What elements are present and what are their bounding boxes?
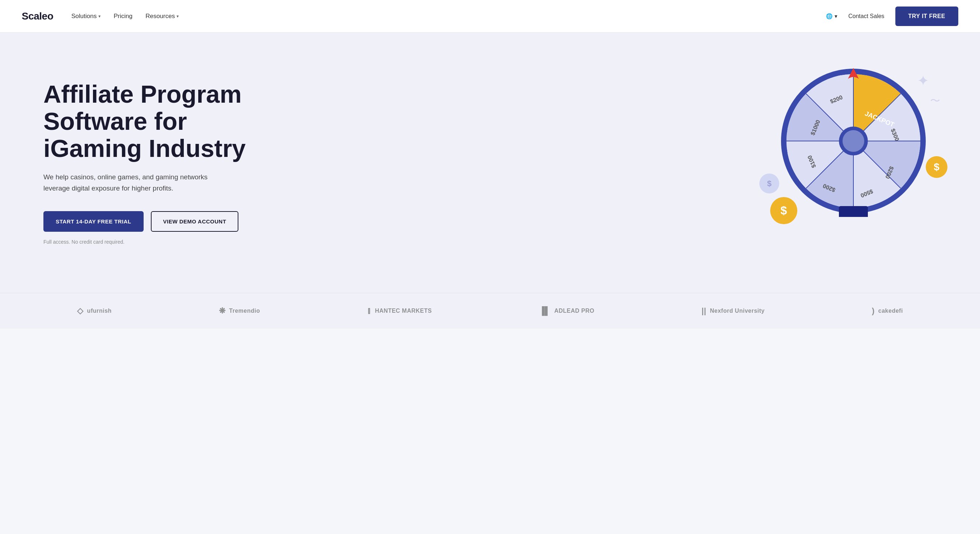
- hero-wheel-visual: ✦ 〜 $ $ $: [748, 54, 951, 271]
- nav-resources[interactable]: Resources ▾: [145, 13, 179, 20]
- chevron-down-icon: ▾: [177, 14, 179, 19]
- hero-buttons: START 14-DAY FREE TRIAL VIEW DEMO ACCOUN…: [43, 211, 246, 232]
- nexford-icon: ||: [702, 306, 706, 316]
- globe-language-selector[interactable]: 🌐 ▾: [826, 13, 837, 19]
- hero-content: Affiliate Program Software for iGaming I…: [43, 81, 246, 245]
- ufurnish-icon: ◇: [77, 306, 84, 316]
- nav-solutions[interactable]: Solutions ▾: [71, 13, 100, 20]
- dollar-coin-left: $: [759, 173, 779, 194]
- wheel-center-inner: [843, 130, 864, 152]
- try-it-free-button[interactable]: TRY IT FREE: [895, 6, 958, 26]
- globe-icon: 🌐: [826, 13, 833, 19]
- hero-title: Affiliate Program Software for iGaming I…: [43, 81, 246, 162]
- logos-bar: ◇ ufurnish ❋ Tremendio ⫿ HANTEC MARKETS …: [0, 293, 980, 329]
- cakedefi-icon: ): [872, 306, 875, 316]
- logo-adlead: ▐▌ ADLEAD PRO: [539, 306, 594, 316]
- hero-note: Full access. No credit card required.: [43, 239, 246, 245]
- navbar: Scaleo Solutions ▾ Pricing Resources ▾ 🌐…: [0, 0, 980, 33]
- nav-links: Solutions ▾ Pricing Resources ▾: [71, 13, 826, 20]
- hantec-icon: ⫿: [367, 306, 372, 316]
- chevron-down-icon: ▾: [99, 14, 100, 19]
- logo-ufurnish: ◇ ufurnish: [77, 306, 112, 316]
- nav-right: 🌐 ▾ Contact Sales TRY IT FREE: [826, 6, 958, 26]
- logo-nexford: || Nexford University: [702, 306, 765, 316]
- hero-subtitle: We help casinos, online games, and gamin…: [43, 172, 232, 194]
- contact-sales-link[interactable]: Contact Sales: [848, 13, 885, 19]
- logo-cakedefi: ) cakedefi: [872, 306, 903, 316]
- wheel-container: ✦ 〜 $ $ $: [748, 54, 951, 271]
- logo[interactable]: Scaleo: [22, 11, 53, 22]
- nav-pricing[interactable]: Pricing: [114, 13, 132, 20]
- wheel-stand-top: [839, 206, 868, 217]
- adlead-icon: ▐▌: [539, 306, 550, 316]
- chevron-down-icon: ▾: [835, 13, 837, 19]
- view-demo-button[interactable]: VIEW DEMO ACCOUNT: [151, 211, 239, 232]
- logo-tremendio: ❋ Tremendio: [219, 306, 260, 316]
- wheel-svg-wrap: JACKPOT $300 $200 $500 $200 $100 $1000 $…: [777, 65, 929, 246]
- start-trial-button[interactable]: START 14-DAY FREE TRIAL: [43, 211, 144, 232]
- wave-decoration: 〜: [930, 94, 940, 108]
- hero-section: Affiliate Program Software for iGaming I…: [0, 33, 980, 293]
- logo-hantec: ⫿ HANTEC MARKETS: [367, 306, 432, 316]
- tremendio-icon: ❋: [219, 306, 226, 316]
- spin-wheel-svg: JACKPOT $300 $200 $500 $200 $100 $1000 $…: [777, 65, 929, 217]
